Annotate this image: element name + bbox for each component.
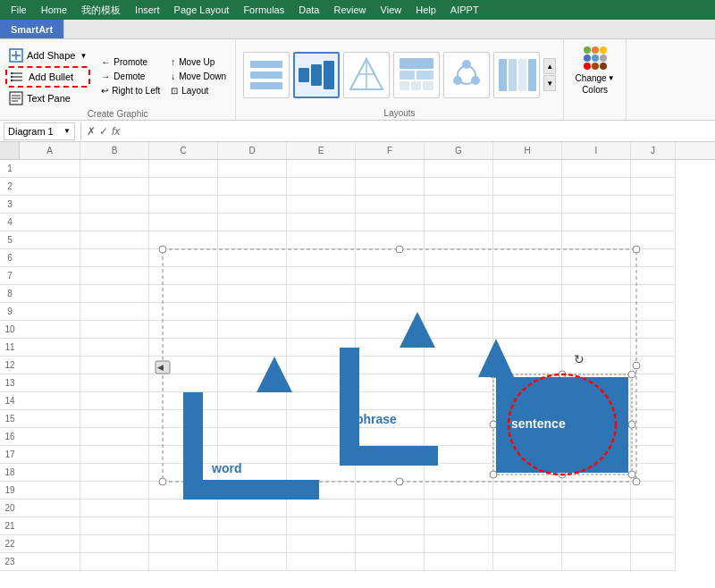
cell-8-5[interactable] [287, 285, 356, 303]
cell-22-5[interactable] [287, 535, 356, 553]
cell-1-4[interactable] [218, 160, 287, 178]
cell-20-7[interactable] [425, 500, 493, 517]
cell-22-1[interactable] [20, 535, 80, 553]
cell-4-2[interactable] [80, 214, 149, 231]
cell-5-9[interactable] [562, 231, 631, 249]
cell-21-6[interactable] [356, 517, 425, 535]
cell-12-2[interactable] [80, 357, 149, 374]
cell-9-9[interactable] [562, 303, 631, 321]
cell-8-4[interactable] [218, 285, 287, 303]
cell-8-9[interactable] [562, 285, 631, 303]
cell-15-5[interactable] [287, 410, 356, 428]
cell-7-5[interactable] [287, 267, 356, 285]
col-header-d[interactable]: D [218, 142, 287, 159]
cell-7-10[interactable] [631, 267, 676, 285]
cell-6-1[interactable] [20, 249, 80, 267]
layout-thumb-5[interactable] [443, 52, 490, 98]
cell-16-4[interactable] [218, 428, 287, 446]
cell-1-8[interactable] [493, 160, 562, 178]
grid-row-9[interactable] [20, 303, 715, 321]
layout-thumb-3[interactable] [343, 52, 390, 98]
name-box[interactable]: Diagram 1 ▼ [4, 122, 75, 140]
grid-row-10[interactable] [20, 321, 715, 339]
cell-17-3[interactable] [149, 446, 218, 464]
cell-2-3[interactable] [149, 178, 218, 196]
cell-1-6[interactable] [356, 160, 425, 178]
cell-7-6[interactable] [356, 267, 425, 285]
grid-row-2[interactable] [20, 178, 715, 196]
cell-19-4[interactable] [218, 482, 287, 500]
cell-20-9[interactable] [562, 500, 631, 517]
cell-12-6[interactable] [356, 357, 425, 374]
cell-6-10[interactable] [631, 249, 676, 267]
cell-16-1[interactable] [20, 428, 80, 446]
cell-11-2[interactable] [80, 339, 149, 357]
cell-10-7[interactable] [425, 321, 493, 339]
right-to-left-button[interactable]: ↩ Right to Left [97, 84, 164, 97]
cell-13-5[interactable] [287, 374, 356, 392]
cell-16-5[interactable] [287, 428, 356, 446]
cell-21-5[interactable] [287, 517, 356, 535]
cell-3-5[interactable] [287, 196, 356, 214]
cell-14-2[interactable] [80, 392, 149, 410]
cell-6-9[interactable] [562, 249, 631, 267]
col-header-f[interactable]: F [356, 142, 425, 159]
cell-4-4[interactable] [218, 214, 287, 231]
menu-home[interactable]: Home [34, 3, 74, 17]
col-header-g[interactable]: G [425, 142, 493, 159]
cell-12-8[interactable] [493, 357, 562, 374]
cell-20-1[interactable] [20, 500, 80, 517]
menu-pagelayout[interactable]: Page Layout [167, 3, 237, 17]
grid-row-21[interactable] [20, 517, 715, 535]
cell-4-9[interactable] [562, 214, 631, 231]
grid-row-15[interactable] [20, 410, 715, 428]
cell-21-4[interactable] [218, 517, 287, 535]
check-icon[interactable]: ✓ [99, 125, 108, 138]
cell-17-2[interactable] [80, 446, 149, 464]
cell-18-2[interactable] [80, 464, 149, 482]
cell-6-3[interactable] [149, 249, 218, 267]
cell-6-2[interactable] [80, 249, 149, 267]
cell-3-3[interactable] [149, 196, 218, 214]
cell-18-4[interactable] [218, 464, 287, 482]
cell-10-6[interactable] [356, 321, 425, 339]
promote-button[interactable]: ← Promote [97, 55, 164, 69]
cell-13-9[interactable] [562, 374, 631, 392]
grid-row-14[interactable] [20, 392, 715, 410]
menu-insert[interactable]: Insert [128, 3, 167, 17]
cell-12-7[interactable] [425, 357, 493, 374]
layouts-scroll-up[interactable]: ▲ [543, 58, 556, 74]
grid-row-18[interactable] [20, 464, 715, 482]
cell-2-9[interactable] [562, 178, 631, 196]
cell-15-6[interactable] [356, 410, 425, 428]
menu-view[interactable]: View [374, 3, 409, 17]
cell-4-1[interactable] [20, 214, 80, 231]
menu-aippt[interactable]: AIPPT [443, 3, 486, 17]
cell-21-8[interactable] [493, 517, 562, 535]
col-header-h[interactable]: H [493, 142, 562, 159]
cell-5-2[interactable] [80, 231, 149, 249]
cell-13-7[interactable] [425, 374, 493, 392]
add-shape-dropdown-icon[interactable]: ▼ [80, 52, 87, 60]
cell-14-8[interactable] [493, 392, 562, 410]
cell-8-2[interactable] [80, 285, 149, 303]
cell-13-8[interactable] [493, 374, 562, 392]
cell-18-3[interactable] [149, 464, 218, 482]
cell-5-1[interactable] [20, 231, 80, 249]
cell-19-5[interactable] [287, 482, 356, 500]
cell-21-7[interactable] [425, 517, 493, 535]
cell-9-1[interactable] [20, 303, 80, 321]
cell-12-10[interactable] [631, 357, 676, 374]
cell-1-10[interactable] [631, 160, 676, 178]
cell-18-8[interactable] [493, 464, 562, 482]
cell-9-7[interactable] [425, 303, 493, 321]
demote-button[interactable]: → Demote [97, 70, 164, 83]
cell-21-3[interactable] [149, 517, 218, 535]
move-up-button[interactable]: ↑ Move Up [167, 55, 230, 69]
cell-11-8[interactable] [493, 339, 562, 357]
cell-9-3[interactable] [149, 303, 218, 321]
cell-19-6[interactable] [356, 482, 425, 500]
cell-3-9[interactable] [562, 196, 631, 214]
cell-9-2[interactable] [80, 303, 149, 321]
cell-11-10[interactable] [631, 339, 676, 357]
